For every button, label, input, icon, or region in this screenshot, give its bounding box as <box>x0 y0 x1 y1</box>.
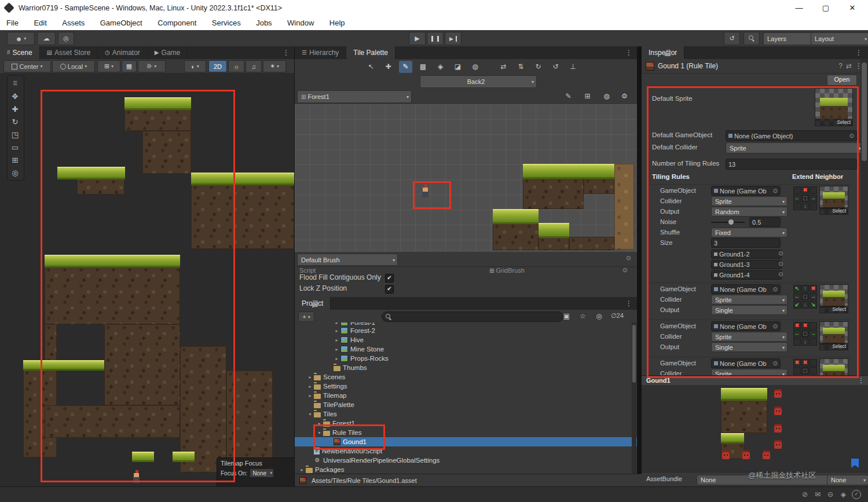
palette-dropdown[interactable]: ⊞ Forest1 <box>297 90 412 103</box>
picker-tool-icon[interactable]: ◈ <box>434 61 447 73</box>
menu-jobs[interactable]: Jobs <box>250 16 278 30</box>
select-tool-icon[interactable]: ↖ <box>364 61 378 73</box>
sprite-picker-icon[interactable]: ⊙ <box>778 261 783 267</box>
tree-item-gound1-selected[interactable]: Gound1 <box>295 437 637 446</box>
neighbor-grid[interactable]: ✖ ←→ ↓ <box>793 186 817 210</box>
account-button[interactable]: ☻▾ <box>7 32 35 45</box>
scale-tool[interactable]: ◳ <box>8 128 23 141</box>
scene-viewport[interactable]: ☰ ✥ ✚ ↻ ◳ ▭ ⊞ ◎ Tilemap Focus Focus On: … <box>0 73 294 486</box>
move-tool-icon[interactable]: ✚ <box>382 61 395 73</box>
tree-item[interactable]: ▸Tilemap <box>295 391 637 400</box>
project-menu-icon[interactable]: ⋮ <box>625 297 632 310</box>
search-button[interactable] <box>744 32 760 45</box>
inspector-menu-icon[interactable]: ⋮ <box>855 46 862 59</box>
pivot-dropdown[interactable]: Center▾ <box>3 60 51 72</box>
default-gameobject-field[interactable]: None (Game Object) ⊙ <box>726 130 857 141</box>
step-button[interactable]: ▶ <box>445 32 462 45</box>
tab-asset-store[interactable]: ▤Asset Store <box>40 46 98 59</box>
presets-icon[interactable]: ⇄ <box>846 62 852 70</box>
menu-component[interactable]: Component <box>151 16 203 30</box>
2d-toggle[interactable]: 2D <box>208 60 227 72</box>
tree-item[interactable]: ▾Tiles <box>295 409 637 419</box>
inspector-scrollbar[interactable] <box>860 59 868 375</box>
rule-collider-dropdown[interactable]: Sprite <box>711 369 788 375</box>
menu-gameobject[interactable]: GameObject <box>94 16 149 30</box>
rule-gameobject-field[interactable]: None (Game Ob⊙ <box>711 284 781 294</box>
orientation-dropdown[interactable]: Local▾ <box>52 60 95 72</box>
scene-panel-menu-icon[interactable]: ⋮ <box>283 46 290 59</box>
rule-output-dropdown[interactable]: Single <box>711 342 788 352</box>
layout-dropdown[interactable]: Layout <box>811 32 868 45</box>
select-button[interactable]: Select <box>820 343 848 350</box>
palette-settings-icon[interactable]: ⚙ <box>618 90 631 102</box>
tree-item[interactable]: ▸Forest-2 <box>295 326 637 335</box>
play-button[interactable]: ▶ <box>409 32 426 45</box>
inspector-lock-icon[interactable] <box>665 50 671 56</box>
extend-neighbor-label[interactable]: Extend Neighbor <box>792 173 843 180</box>
tree-item[interactable]: Thumbs <box>295 363 637 372</box>
create-asset-button[interactable]: +▾ <box>298 312 314 322</box>
menu-help[interactable]: Help <box>323 16 351 30</box>
flip-x-icon[interactable]: ⇄ <box>497 61 510 73</box>
assetbundle-variant-dropdown[interactable]: None <box>827 475 868 485</box>
tree-item[interactable]: NewBehaviourScript <box>295 446 637 456</box>
edit-palette-icon[interactable]: ✎ <box>562 90 575 102</box>
rule-sprite-thumbnail[interactable]: Select <box>820 322 848 350</box>
tab-animator[interactable]: ◷Animator <box>98 46 148 59</box>
rule-sprite-field[interactable]: Ground1-3 <box>711 260 782 269</box>
snap-increment-button[interactable]: ▦ <box>122 60 137 72</box>
tab-tile-palette[interactable]: Tile Palette <box>346 46 395 59</box>
box-fill-tool-icon[interactable]: ▩ <box>416 61 430 73</box>
neighbor-grid[interactable]: ✖✖ ←→ ↓ <box>793 322 817 346</box>
rule-collider-dropdown[interactable]: Sprite <box>711 196 788 206</box>
rule-sprite-thumbnail[interactable]: Select <box>820 285 848 313</box>
tab-game[interactable]: ▶Game <box>148 46 188 59</box>
cloud-button[interactable]: ☁ <box>37 32 56 45</box>
tab-inspector[interactable]: Inspector <box>642 46 684 59</box>
close-button[interactable]: ✕ <box>839 0 866 16</box>
view-hand-tool[interactable]: ✥ <box>8 90 23 102</box>
grid-snap-dropdown[interactable]: ⊞▾ <box>97 60 120 72</box>
move-tool[interactable]: ✚ <box>8 102 23 115</box>
status-shield-icon[interactable]: ◈ <box>841 490 846 499</box>
fill-tool-icon[interactable]: ◍ <box>468 61 482 73</box>
status-notifications-icon[interactable]: ⊝ <box>827 490 833 499</box>
open-button[interactable]: Open <box>827 75 857 86</box>
menu-edit[interactable]: Edit <box>27 16 53 30</box>
rule-output-dropdown[interactable]: Single <box>711 305 788 315</box>
rotate-tool[interactable]: ↻ <box>8 115 23 128</box>
menu-services[interactable]: Services <box>206 16 247 30</box>
tab-scene[interactable]: #Scene <box>0 46 40 59</box>
tab-hierarchy[interactable]: ☰Hierarchy <box>295 46 346 59</box>
status-network-icon[interactable]: ⊘ <box>802 490 808 499</box>
sprite-picker-icon[interactable]: ⊙ <box>778 250 783 257</box>
tree-item[interactable]: ▸Scenes <box>295 372 637 382</box>
hidden-count-badge[interactable]: ∅24 <box>611 312 624 320</box>
asset-label-tag-icon[interactable] <box>851 459 859 468</box>
minimize-button[interactable]: — <box>786 0 812 16</box>
menu-assets[interactable]: Assets <box>56 16 91 30</box>
palette-grid-icon[interactable]: ⊞ <box>581 90 594 102</box>
rule-sprite-field[interactable]: Ground1-4 <box>711 270 782 280</box>
shuffle-dropdown[interactable]: Fixed <box>711 228 788 237</box>
lock-z-checkbox[interactable] <box>385 285 394 294</box>
paintbrush-tool-icon[interactable]: ✎ <box>399 61 412 73</box>
rule-gameobject-field[interactable]: None (Game Ob⊙ <box>711 358 781 368</box>
focus-on-dropdown[interactable]: None <box>250 468 274 478</box>
rule-collider-dropdown[interactable]: Sprite <box>711 295 788 305</box>
project-scrollbar[interactable] <box>632 323 636 474</box>
tile-palette-grid[interactable] <box>295 104 637 252</box>
neighbor-grid[interactable]: ✖✖ <box>793 359 817 375</box>
project-search-input[interactable] <box>382 312 563 322</box>
tree-item[interactable]: ▸Packages <box>295 465 637 474</box>
select-button[interactable]: Select <box>820 306 848 313</box>
maximize-button[interactable]: ▢ <box>812 0 839 16</box>
palette-panel-menu-icon[interactable]: ⋮ <box>625 46 632 59</box>
favorites-icon[interactable]: ☆ <box>576 310 589 322</box>
status-mail-icon[interactable]: ✉ <box>815 490 821 499</box>
menu-file[interactable]: File <box>0 16 25 30</box>
select-button[interactable]: Select <box>820 207 848 214</box>
neighbor-grid[interactable]: ↖↑✖ ←→ ↙↓↘ <box>793 285 817 309</box>
noise-slider[interactable] <box>711 222 745 223</box>
num-rules-field[interactable]: 13 <box>726 159 857 170</box>
